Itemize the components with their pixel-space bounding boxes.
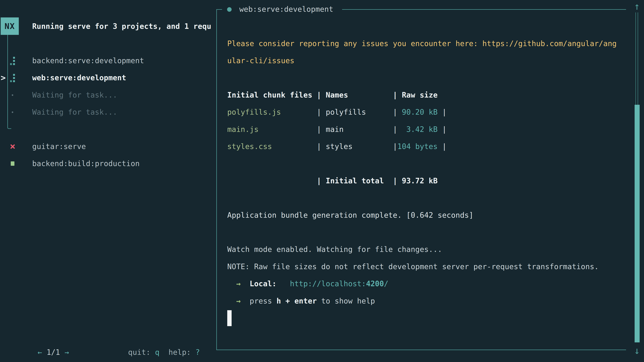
text-segment xyxy=(352,142,393,151)
nx-tui-app: NX Running serve for 3 projects, and 1 r… xyxy=(0,0,644,362)
sidebar-item[interactable]: >web:serve:development xyxy=(0,69,216,86)
text-segment: | xyxy=(442,125,446,134)
text-segment: Watch mode enabled. Watching for file ch… xyxy=(227,245,442,254)
text-segment xyxy=(438,108,442,116)
spinner-icon xyxy=(10,69,17,86)
panel-border-top-stub xyxy=(216,9,222,10)
pager-right-arrow-icon[interactable]: → xyxy=(64,348,69,357)
text-segment: to show help xyxy=(317,297,375,305)
text-segment: h + enter xyxy=(276,297,317,305)
scroll-down-arrow-icon[interactable]: ↓ xyxy=(631,345,643,357)
text-segment: 4200 xyxy=(366,279,384,288)
text-segment: | xyxy=(317,142,326,151)
quit-hint-label: quit: xyxy=(128,348,150,357)
terminal-line: Watch mode enabled. Watching for file ch… xyxy=(227,241,442,258)
pager-page-indicator: 1/1 xyxy=(46,348,60,357)
text-segment: Initial total xyxy=(326,176,384,185)
dot-icon xyxy=(10,86,17,104)
terminal-line: → press h + enter to show help xyxy=(227,293,375,310)
text-segment: styles.css xyxy=(227,142,272,151)
terminal-line: Please consider reporting any issues you… xyxy=(227,35,617,52)
help-hint-label: help: xyxy=(168,348,191,357)
text-segment xyxy=(241,279,250,288)
text-segment: NOTE: Raw file sizes do not reflect deve… xyxy=(227,262,599,271)
panel-border-left xyxy=(216,9,217,350)
text-segment: polyfills.js xyxy=(227,108,281,116)
terminal-line: → Local: http://localhost:4200/ xyxy=(227,275,388,292)
sidebar-item[interactable]: guitar:serve xyxy=(0,138,216,155)
dot-icon xyxy=(10,104,17,121)
text-segment xyxy=(344,125,393,134)
text-segment xyxy=(366,108,393,116)
panel-border-top xyxy=(342,9,626,10)
text-segment: main.js xyxy=(227,125,258,134)
text-segment: press xyxy=(250,297,276,305)
text-segment: | xyxy=(317,108,326,116)
sidebar-item[interactable]: Waiting for task... xyxy=(0,104,216,121)
sidebar-item-label: Waiting for task... xyxy=(32,104,117,121)
task-status-dot-icon xyxy=(227,7,232,12)
terminal-line: NOTE: Raw file sizes do not reflect deve… xyxy=(227,258,599,275)
text-segment: polyfills xyxy=(326,108,366,116)
text-segment: Local: xyxy=(250,279,276,288)
sidebar-item-label: web:serve:development xyxy=(32,69,126,86)
text-segment xyxy=(438,125,442,134)
text-segment: 90.20 kB xyxy=(402,108,438,116)
text-segment: 104 bytes xyxy=(397,142,438,151)
text-segment: | xyxy=(393,176,402,185)
text-segment xyxy=(241,297,250,305)
terminal-cursor xyxy=(227,310,232,326)
text-segment: → xyxy=(236,297,241,305)
terminal-line: ular-cli/issues xyxy=(227,52,294,69)
text-segment: Initial chunk files | Names | Raw size xyxy=(227,91,438,99)
sidebar-item[interactable]: Waiting for task... xyxy=(0,86,216,104)
sidebar-item[interactable]: backend:build:production xyxy=(0,155,216,172)
text-segment: | xyxy=(317,125,326,134)
terminal-line: main.js | main | 3.42 kB | xyxy=(227,121,446,138)
cross-icon xyxy=(10,138,17,155)
scrollbar-thumb[interactable] xyxy=(634,105,640,343)
text-segment: 93.72 kB xyxy=(402,176,438,185)
text-segment: http://localhost: xyxy=(290,279,366,288)
panel-border-bottom xyxy=(216,350,626,350)
text-segment xyxy=(227,297,236,305)
spinner-icon xyxy=(10,52,17,69)
text-segment: | xyxy=(393,125,398,134)
help-hint-key: ? xyxy=(196,348,200,357)
sidebar-item-label: guitar:serve xyxy=(32,138,86,155)
selected-chevron-icon: > xyxy=(1,69,6,86)
text-segment xyxy=(397,125,406,134)
pager-left-arrow-icon[interactable]: ← xyxy=(38,348,42,357)
text-segment: Please consider reporting any issues you… xyxy=(227,39,617,48)
square-icon xyxy=(10,155,17,172)
text-segment xyxy=(258,125,317,134)
sidebar-item-label: Waiting for task... xyxy=(32,86,117,104)
text-segment xyxy=(272,142,317,151)
text-segment xyxy=(281,108,317,116)
text-segment: | xyxy=(442,108,446,116)
text-segment: | xyxy=(317,176,326,185)
scrollbar-track[interactable] xyxy=(636,12,638,105)
text-segment: styles xyxy=(326,142,352,151)
text-segment: → xyxy=(236,279,241,288)
text-segment xyxy=(227,279,236,288)
terminal-line: Initial chunk files | Names | Raw size xyxy=(227,86,438,104)
text-segment: 3.42 kB xyxy=(406,125,438,134)
terminal-line: | Initial total | 93.72 kB xyxy=(227,172,438,189)
sidebar-title: Running serve for 3 projects, and 1 requ xyxy=(32,18,211,35)
text-segment: main xyxy=(326,125,344,134)
text-segment xyxy=(438,142,442,151)
nx-logo: NX xyxy=(1,17,19,35)
text-segment xyxy=(227,176,317,185)
sidebar-item[interactable]: backend:serve:development xyxy=(0,52,216,69)
text-segment: | xyxy=(393,108,402,116)
sidebar-item-label: backend:build:production xyxy=(32,155,140,172)
text-segment xyxy=(276,279,290,288)
scroll-up-arrow-icon[interactable]: ↑ xyxy=(631,0,643,12)
quit-hint-key: q xyxy=(155,348,160,357)
terminal-line: styles.css | styles |104 bytes | xyxy=(227,138,446,155)
text-segment: Application bundle generation complete. … xyxy=(227,211,474,219)
sidebar-item-label: backend:serve:development xyxy=(32,52,144,69)
keyboard-hints: quit:qhelp:? xyxy=(0,327,200,344)
text-segment: | xyxy=(393,142,398,151)
